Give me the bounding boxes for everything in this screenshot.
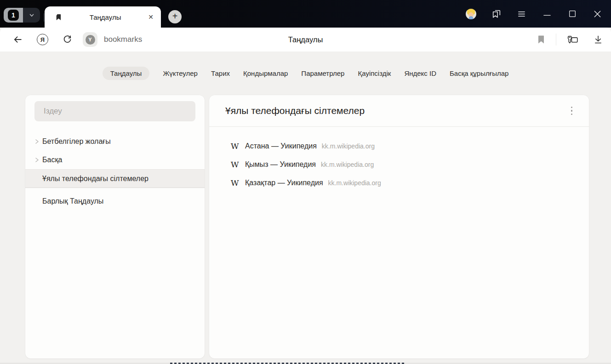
kebab-menu-icon[interactable] [568, 104, 576, 118]
all-bookmarks-item[interactable]: Барлық Таңдаулы [25, 188, 205, 215]
tab-count-value: 1 [8, 10, 19, 21]
all-bookmarks-label: Барлық Таңдаулы [42, 197, 103, 205]
bookmark-title: Қазақтар — Уикипедия [245, 179, 323, 187]
nav-tab-yandex-id[interactable]: Яндекс ID [404, 67, 436, 80]
toolbar-page-title: Таңдаулы [0, 35, 611, 44]
tab-counter-control[interactable]: 1 [4, 8, 40, 23]
nav-tab-settings[interactable]: Параметрлер [301, 67, 344, 80]
page-nav-tabs: Таңдаулы Жүктеулер Тарих Қондырмалар Пар… [0, 67, 611, 80]
avatar [466, 9, 476, 19]
bookmarks-panel: Ұялы телефондағы сілтемелер W Астана — У… [209, 95, 589, 358]
download-icon[interactable] [593, 34, 603, 45]
panel-title: Ұялы телефондағы сілтемелер [225, 105, 568, 116]
tab-title: Таңдаулы [63, 13, 148, 21]
bookmark-url: kk.m.wikipedia.org [322, 142, 375, 150]
search-input[interactable] [34, 101, 195, 121]
minimize-button[interactable] [534, 0, 560, 28]
nav-tab-other-devices[interactable]: Басқа құрылғылар [450, 67, 508, 80]
bookmark-title: Астана — Уикипедия [245, 142, 317, 150]
browser-window: 1 Таңдаулы ✕ + [0, 0, 611, 364]
folders-sidebar: Бетбелгілер жолағы Басқа Ұялы телефондағ… [25, 95, 205, 358]
wikipedia-favicon: W [231, 160, 241, 169]
nav-tab-security[interactable]: Қауіпсіздік [358, 67, 391, 80]
wikipedia-favicon: W [231, 178, 241, 188]
browser-toolbar: Я Y bookmarks Таңдаулы [0, 28, 611, 51]
bookmark-icon [55, 13, 63, 21]
bookmark-item[interactable]: W Астана — Уикипедия kk.m.wikipedia.org [209, 137, 589, 155]
tab-active[interactable]: Таңдаулы ✕ [45, 6, 161, 28]
bookmarks-page: Таңдаулы Жүктеулер Тарих Қондырмалар Пар… [0, 51, 611, 364]
bookmark-title: Қымыз — Уикипедия [245, 160, 316, 169]
bookmark-list: W Астана — Уикипедия kk.m.wikipedia.org … [209, 127, 589, 192]
chevron-right-icon[interactable] [34, 157, 40, 163]
nav-tab-favorites[interactable]: Таңдаулы [103, 67, 150, 80]
bookmark-url: kk.m.wikipedia.org [321, 161, 374, 168]
side-panels-icon[interactable] [484, 0, 509, 28]
tab-strip: 1 Таңдаулы ✕ + [0, 0, 611, 28]
bookmark-item[interactable]: W Қымыз — Уикипедия kk.m.wikipedia.org [209, 155, 589, 174]
password-manager-icon[interactable] [566, 34, 579, 45]
divider [556, 34, 556, 46]
chevron-down-icon[interactable] [23, 8, 40, 23]
folder-label: Бетбелгілер жолағы [42, 137, 111, 146]
window-controls [458, 0, 610, 28]
panel-header: Ұялы телефондағы сілтемелер [209, 95, 589, 127]
close-window-button[interactable] [585, 0, 610, 28]
folder-bookmarks-bar[interactable]: Бетбелгілер жолағы [25, 132, 205, 151]
bookmark-url: kk.m.wikipedia.org [328, 179, 381, 187]
folder-other[interactable]: Басқа [25, 151, 205, 169]
menu-icon[interactable] [509, 0, 534, 28]
bookmark-item[interactable]: W Қазақтар — Уикипедия kk.m.wikipedia.or… [209, 174, 589, 192]
nav-tab-extensions[interactable]: Қондырмалар [243, 67, 288, 80]
nav-tab-downloads[interactable]: Жүктеулер [163, 67, 198, 80]
profile-avatar[interactable] [458, 0, 484, 28]
folder-label: Басқа [42, 156, 62, 164]
divider [44, 13, 44, 22]
folder-list: Бетбелгілер жолағы Басқа Ұялы телефондағ… [25, 132, 205, 215]
tab-count-badge: 1 [4, 8, 23, 23]
folder-label: Ұялы телефондағы сілтемелер [42, 175, 148, 183]
folder-mobile-links[interactable]: Ұялы телефондағы сілтемелер [25, 169, 205, 188]
bookmark-filled-icon[interactable] [537, 35, 545, 45]
maximize-button[interactable] [560, 0, 585, 28]
new-tab-button[interactable]: + [168, 10, 182, 23]
chevron-right-icon[interactable] [34, 139, 40, 144]
nav-tab-history[interactable]: Тарих [211, 67, 230, 80]
wikipedia-favicon: W [231, 142, 241, 151]
close-icon[interactable]: ✕ [148, 13, 154, 21]
